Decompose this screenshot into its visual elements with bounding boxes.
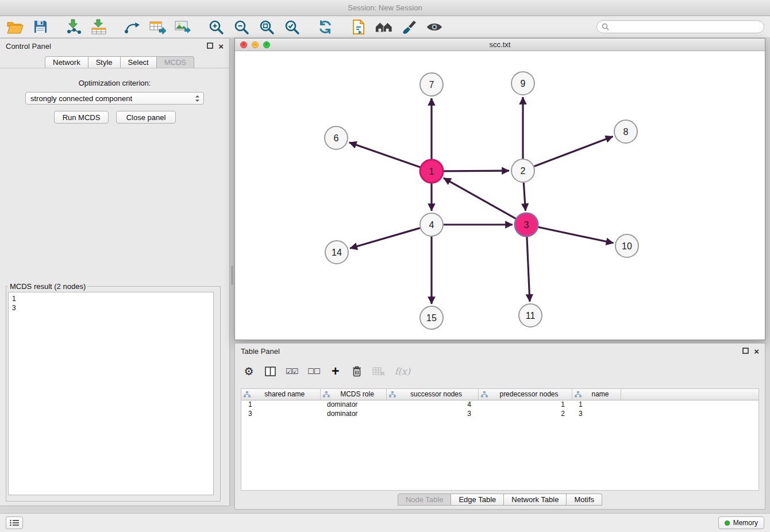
node-7[interactable]: 7: [420, 73, 443, 96]
node-9[interactable]: 9: [511, 72, 534, 95]
column-header-predecessor-nodes[interactable]: predecessor nodes: [478, 389, 572, 400]
network-tools-button[interactable]: [123, 18, 141, 36]
edge-3-to-11[interactable]: [527, 237, 530, 302]
control-panel-title: Control Panel: [6, 42, 51, 51]
mcds-result-list[interactable]: 13: [8, 292, 214, 495]
task-history-button[interactable]: [6, 516, 23, 529]
table-cell[interactable]: dominator: [320, 409, 386, 418]
close-panel-icon[interactable]: ×: [218, 42, 224, 51]
unselect-all-columns-icon[interactable]: ☐☐: [307, 364, 319, 378]
close-table-panel-icon[interactable]: ×: [754, 347, 759, 356]
select-all-columns-icon[interactable]: ☑☑: [286, 364, 298, 378]
float-table-panel-icon[interactable]: [742, 347, 749, 356]
node-label: 4: [429, 220, 434, 230]
tab-edge-table[interactable]: Edge Table: [451, 494, 504, 506]
export-image-button[interactable]: [174, 18, 192, 36]
edge-2-to-8[interactable]: [534, 137, 613, 167]
edge-4-to-14[interactable]: [350, 228, 420, 248]
node-label: 15: [426, 313, 437, 323]
column-header-MCDS-role[interactable]: MCDS role: [320, 389, 386, 400]
table-tabs: Node Table Edge Table Network Table Moti…: [235, 494, 765, 506]
import-network-button[interactable]: [64, 18, 83, 36]
close-panel-button[interactable]: Close panel: [116, 111, 176, 124]
zoom-window-button[interactable]: +: [263, 41, 270, 48]
table-panel-title: Table Panel: [241, 347, 280, 356]
table-settings-gear-icon[interactable]: ⚙: [243, 364, 255, 378]
table-cell[interactable]: 3: [572, 409, 621, 418]
tab-node-table[interactable]: Node Table: [398, 494, 452, 506]
node-3[interactable]: 3: [515, 213, 538, 236]
node-14[interactable]: 14: [325, 241, 348, 264]
node-4[interactable]: 4: [420, 213, 443, 236]
node-label: 1: [429, 167, 434, 176]
refresh-layout-button[interactable]: [316, 18, 334, 36]
minimize-window-button[interactable]: −: [252, 41, 259, 48]
node-11[interactable]: 11: [519, 304, 542, 327]
tab-mcds[interactable]: MCDS: [157, 56, 194, 68]
tab-select[interactable]: Select: [121, 56, 157, 68]
table-row[interactable]: 3dominator323: [241, 409, 759, 418]
close-window-button[interactable]: ×: [240, 41, 247, 48]
zoom-fit-button[interactable]: [257, 18, 276, 36]
mcds-result-group: MCDS result (2 nodes) 13: [6, 282, 221, 502]
node-8[interactable]: 8: [614, 120, 637, 143]
run-mcds-button[interactable]: Run MCDS: [54, 111, 109, 124]
show-hide-button[interactable]: [425, 18, 444, 36]
eye-icon: [426, 21, 443, 33]
tab-network[interactable]: Network: [45, 56, 88, 68]
node-2[interactable]: 2: [511, 159, 534, 182]
edge-2-to-3[interactable]: [523, 183, 525, 211]
delete-column-trash-icon[interactable]: [351, 364, 363, 378]
add-column-icon[interactable]: +: [330, 364, 341, 378]
float-panel-icon[interactable]: [207, 42, 213, 51]
search-box[interactable]: [596, 20, 764, 33]
tab-style[interactable]: Style: [88, 56, 121, 68]
network-window-titlebar[interactable]: scc.txt × − +: [235, 38, 765, 51]
tab-motifs[interactable]: Motifs: [567, 494, 602, 506]
session-doc-button[interactable]: [349, 18, 368, 36]
edge-3-to-10[interactable]: [538, 227, 614, 243]
network-canvas[interactable]: 7968123414101511: [235, 51, 765, 340]
node-15[interactable]: 15: [420, 306, 443, 329]
edge-3-to-1[interactable]: [444, 178, 516, 219]
node-10[interactable]: 10: [615, 234, 638, 257]
table-cell[interactable]: 1: [241, 400, 320, 409]
table-cell[interactable]: 3: [241, 409, 320, 418]
import-table-button[interactable]: [90, 18, 108, 36]
memory-button[interactable]: Memory: [718, 516, 764, 529]
column-header-successor-nodes[interactable]: successor nodes: [386, 389, 478, 400]
tab-network-table[interactable]: Network Table: [504, 494, 567, 506]
homes-icon: [375, 20, 393, 34]
node-6[interactable]: 6: [325, 126, 348, 149]
table-cell[interactable]: 1: [478, 400, 572, 409]
table-cell[interactable]: 1: [572, 400, 621, 409]
list-icon: [10, 519, 19, 526]
export-table-button[interactable]: [148, 18, 167, 36]
table-cell-filler: [621, 409, 759, 418]
table-cell[interactable]: dominator: [320, 400, 386, 409]
search-input[interactable]: [612, 23, 759, 31]
vertical-splitter[interactable]: [230, 38, 234, 506]
import-network-icon: [65, 19, 82, 35]
home-view-button[interactable]: [375, 18, 393, 36]
control-panel-header: Control Panel ×: [0, 38, 229, 53]
node-1[interactable]: 1: [420, 160, 443, 183]
column-header-shared-name[interactable]: shared name: [241, 389, 320, 400]
zoom-in-button[interactable]: [207, 18, 225, 36]
zoom-selected-button[interactable]: [283, 18, 301, 36]
open-session-button[interactable]: [6, 18, 24, 36]
table-cell[interactable]: 3: [386, 409, 478, 418]
style-button[interactable]: [400, 18, 418, 36]
edge-1-to-6[interactable]: [349, 142, 421, 167]
save-session-button[interactable]: [31, 18, 49, 36]
show-columns-icon[interactable]: [264, 364, 276, 378]
network-graph[interactable]: 7968123414101511: [235, 51, 765, 340]
table-row[interactable]: 1dominator411: [241, 400, 759, 409]
optimization-dropdown[interactable]: strongly connected component: [25, 92, 204, 105]
edge-1-to-2[interactable]: [444, 171, 509, 171]
table-cell[interactable]: 4: [386, 400, 478, 409]
table-cell[interactable]: 2: [478, 409, 572, 418]
column-header-name[interactable]: name: [572, 389, 621, 400]
node-table[interactable]: shared nameMCDS rolesuccessor nodesprede…: [241, 388, 759, 491]
zoom-out-button[interactable]: [232, 18, 251, 36]
